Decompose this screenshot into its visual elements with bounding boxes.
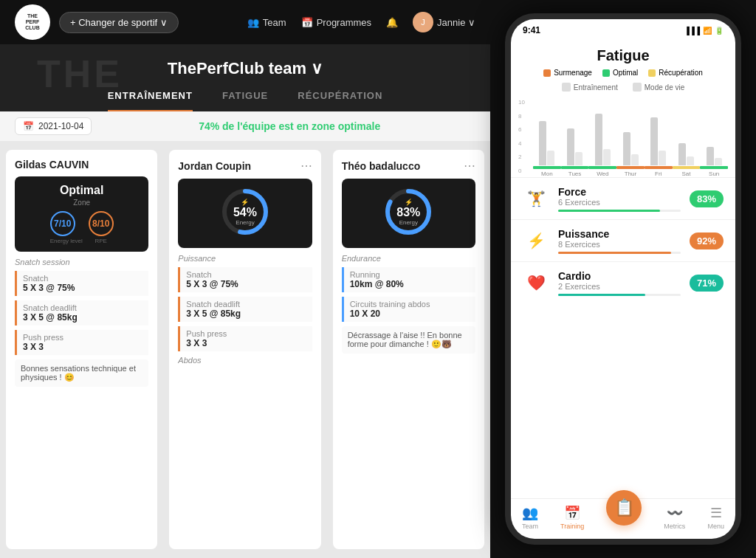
dots-menu-theo[interactable]: ⋯ — [464, 159, 475, 173]
note-gildas: Bonnes sensations technique et physiques… — [15, 359, 148, 387]
bar-thur-2 — [631, 154, 639, 165]
cardio-bar-wrap — [558, 294, 681, 296]
bar-sun-bottom — [700, 166, 728, 169]
mobile-status-bar: 9:41 ▐▐▐ 📶 🔋 — [511, 19, 735, 38]
nav-btn-center-wrap: 📋 — [606, 505, 642, 530]
user-label: Jannie ∨ — [437, 17, 475, 28]
score2-label: RPE — [89, 238, 114, 244]
nav-btn-center[interactable]: 📋 — [606, 490, 642, 526]
nav-btn-team[interactable]: 👥 Team — [522, 505, 538, 530]
bar-sun-green — [700, 166, 728, 169]
chart-col-sun: Sun — [700, 99, 728, 177]
nav-programmes[interactable]: 📅 Programmes — [301, 17, 371, 28]
date-value: 2021-10-04 — [38, 121, 83, 131]
exercise-deadlift-gildas: Snatch deadlift 3 X 5 @ 85kg — [15, 300, 148, 326]
training-nav-label: Training — [560, 523, 584, 530]
mobile-time: 9:41 — [523, 25, 540, 35]
score1-area: 7/10 Energy level — [50, 211, 83, 244]
nav-btn-menu[interactable]: ☰ Menu — [707, 505, 724, 530]
bar-group-mon — [539, 99, 554, 165]
bar-thur-orange — [616, 166, 645, 169]
legend-dot-optimal — [602, 69, 610, 77]
user-avatar: J — [413, 12, 433, 32]
metric-puissance-section: ⚡ Puissance 8 Exercices 92% — [511, 219, 735, 261]
bar-tues-green — [561, 166, 589, 169]
nav-right: 👥 Team 📅 Programmes 🔔 J Jannie ∨ — [247, 12, 475, 32]
bar-wed-bottom — [588, 166, 616, 169]
exercise-pushpress-gildas: Push press 3 X 3 — [15, 330, 148, 355]
cardio-info: Cardio 2 Exercices — [558, 270, 681, 296]
y-6: 6 — [518, 126, 525, 133]
toggle-entrainement[interactable]: Entraînement — [562, 83, 618, 92]
circular-sub-theo: Energy — [396, 219, 420, 226]
exercise-pushpress-jordan: Push press 3 X 3 — [178, 326, 312, 351]
signal-icon: ▐▐▐ — [684, 27, 700, 35]
cardio-sub: 2 Exercices — [558, 282, 681, 291]
day-fri: Fri — [655, 170, 662, 177]
web-app-panel: THEPERFCLUB + Changer de sportif ∨ 👥 Tea… — [0, 0, 490, 558]
nav-bell[interactable]: 🔔 — [386, 17, 398, 28]
chart-bars-area: 10 8 6 4 2 0 — [518, 96, 728, 177]
circular-progress-jordan: ⚡ 54% Energy — [219, 186, 271, 238]
cardio-icon: ❤️ — [523, 269, 549, 296]
zone-label-gildas: Optimal — [22, 184, 141, 197]
note-theo: Décrassage à l'aise !! En bonne forme po… — [342, 326, 475, 354]
toggle-mode-vie[interactable]: Mode de vie — [633, 83, 684, 92]
bar-tues-1 — [567, 128, 574, 165]
mobile-page-title: Fatigue — [511, 38, 735, 69]
y-2: 2 — [518, 154, 525, 160]
mobile-bottom-nav: 👥 Team 📅 Training 📋 〰️ Metrics ☰ Menu — [511, 498, 735, 539]
nav-team[interactable]: 👥 Team — [247, 17, 286, 28]
athlete-card-jordan: Jordan Coupin ⋯ ⚡ 54% Energy — [169, 150, 320, 549]
team-nav-label: Team — [522, 523, 538, 530]
bar-fri-orange — [645, 166, 673, 169]
status-bar: 📅 2021-10-04 74% de l'équipe est en zone… — [0, 111, 490, 141]
energy-widget-jordan: ⚡ 54% Energy — [178, 179, 312, 248]
metric-force-row: 🏋️ Force 6 Exercices 83% — [523, 185, 724, 212]
bar-group-tues — [567, 99, 583, 165]
change-athlete-label: + Changer de sportif ∨ — [70, 17, 168, 28]
dots-menu-jordan[interactable]: ⋯ — [300, 159, 312, 173]
team-label: Team — [263, 17, 286, 28]
score2-area: 8/10 RPE — [89, 211, 114, 244]
bar-tues-bottom — [561, 166, 589, 169]
tab-fatigue[interactable]: FATIGUE — [222, 90, 268, 111]
bar-sat-yellow — [673, 166, 701, 169]
bar-group-thur — [623, 99, 639, 165]
tab-recuperation[interactable]: RÉCUPÉRATION — [298, 90, 382, 111]
main-container: THEPERFCLUB + Changer de sportif ∨ 👥 Tea… — [0, 0, 756, 558]
legend-dot-recuperation — [648, 69, 656, 77]
menu-nav-label: Menu — [707, 523, 724, 530]
nav-user[interactable]: J Jannie ∨ — [413, 12, 475, 32]
force-name: Force — [558, 186, 681, 198]
chart-col-thur: Thur — [616, 99, 645, 177]
circular-label-theo: ⚡ 83% Energy — [396, 199, 420, 226]
bar-sun-1 — [707, 147, 714, 165]
circular-label-jordan: ⚡ 54% Energy — [233, 199, 257, 226]
force-pct: 83% — [690, 190, 724, 207]
zone-highlight: zone optimale — [312, 120, 380, 132]
nav-btn-training[interactable]: 📅 Training — [560, 505, 584, 530]
zone-scores-gildas: 7/10 Energy level 8/10 RPE — [22, 211, 141, 244]
athletes-grid: Gildas CAUVIN Optimal Zone 7/10 Energy l… — [0, 141, 490, 558]
fatigue-chart: 10 8 6 4 2 0 — [511, 96, 735, 177]
score2-badge: 8/10 — [89, 211, 114, 236]
bar-sat-2 — [687, 156, 694, 165]
legend-recuperation: Récupération — [648, 69, 702, 77]
energy-widget-theo: ⚡ 83% Energy — [342, 179, 475, 248]
chart-col-wed: Wed — [588, 99, 616, 177]
date-badge[interactable]: 📅 2021-10-04 — [15, 117, 92, 135]
chart-toggles: Entraînement Mode de vie — [511, 83, 735, 92]
tab-entrainement[interactable]: ENTRAÎNEMENT — [108, 90, 193, 111]
hero-section: THE ThePerfClub team ∨ ENTRAÎNEMENT FATI… — [0, 44, 490, 111]
score1-label: Energy level — [50, 238, 83, 244]
team-nav-icon: 👥 — [522, 505, 538, 521]
bar-group-wed — [595, 99, 611, 165]
change-athlete-button[interactable]: + Changer de sportif ∨ — [59, 12, 179, 33]
bar-wed-green — [588, 166, 616, 169]
team-icon: 👥 — [247, 17, 259, 28]
hero-tabs: ENTRAÎNEMENT FATIGUE RÉCUPÉRATION — [30, 90, 461, 111]
y-4: 4 — [518, 140, 525, 147]
nav-btn-metrics[interactable]: 〰️ Metrics — [664, 505, 685, 530]
metric-cardio-section: ❤️ Cardio 2 Exercices 71% — [511, 261, 735, 303]
